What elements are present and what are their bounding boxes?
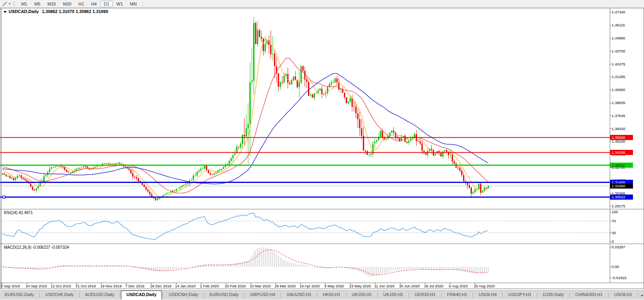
candle-body bbox=[367, 151, 368, 155]
candle-body bbox=[76, 169, 77, 170]
tab-separator bbox=[120, 293, 120, 298]
crosshair-draw-tool-icon[interactable] bbox=[1, 1, 8, 7]
candle-body bbox=[212, 174, 213, 175]
candle-body bbox=[132, 173, 134, 177]
candle-body bbox=[473, 192, 474, 194]
candle-body bbox=[278, 73, 279, 87]
line-drag-marker[interactable] bbox=[3, 196, 5, 198]
chart-dropdown-icon[interactable] bbox=[4, 11, 7, 13]
macd-indicator-label: MACD(12,26,9) -0.006227 -0.007324 bbox=[4, 245, 69, 250]
tab-separator bbox=[79, 293, 80, 298]
tab-separator bbox=[608, 293, 609, 298]
candle-body bbox=[6, 175, 7, 177]
tab-separator bbox=[409, 293, 409, 298]
date-axis-label: 31 Oct 2019 bbox=[76, 284, 96, 288]
candle-body bbox=[253, 23, 254, 80]
tab-gbpusd-h4[interactable]: GBPUSD,H4 bbox=[245, 291, 280, 300]
candle-body bbox=[202, 168, 203, 169]
candle-body bbox=[336, 78, 338, 82]
candle-body bbox=[452, 155, 453, 162]
candle-body bbox=[145, 187, 147, 190]
tab-usdchf-daily[interactable]: USDCHF,Daily bbox=[41, 291, 78, 300]
timeframe-button-m15[interactable]: M15 bbox=[45, 1, 59, 7]
candle-body bbox=[280, 82, 281, 87]
candle-body bbox=[234, 153, 236, 155]
timeframe-button-h1[interactable]: H1 bbox=[75, 1, 87, 7]
level-1.33011-badge-label: 1.33011 bbox=[612, 163, 625, 168]
timeframe-button-m1[interactable]: M1 bbox=[18, 1, 30, 7]
candle-body bbox=[143, 185, 145, 187]
tab-ger30-h1[interactable]: GER30,H1 bbox=[410, 291, 440, 300]
tab-audusd-daily[interactable]: AUDUSD,Daily bbox=[80, 291, 119, 300]
tab-separator bbox=[473, 293, 473, 298]
macd-axis-label: 0.03297 bbox=[612, 245, 625, 249]
candle-body bbox=[142, 183, 143, 185]
candle-body bbox=[474, 189, 475, 192]
tab-usdjpy-h1[interactable]: USDJPY,H1 bbox=[503, 291, 536, 300]
chart-canvas[interactable]: 1.473401.461151.448901.437001.424751.412… bbox=[0, 0, 644, 300]
candle-body bbox=[180, 187, 181, 188]
tab-uk100-h1[interactable]: UK100,H1 bbox=[347, 291, 377, 300]
candle-body bbox=[223, 167, 224, 169]
candle-body bbox=[193, 175, 194, 180]
symbol-tab-bar: EURUSD,DailyUSDCHF,DailyAUDUSD,DailyUSDC… bbox=[0, 290, 644, 300]
tab-fra40-h1[interactable]: FRA40,H1 bbox=[442, 291, 472, 300]
candle-body bbox=[459, 168, 460, 171]
candle-body bbox=[51, 167, 52, 169]
timeframe-button-m30[interactable]: M30 bbox=[60, 1, 74, 7]
tab-usdcnh-daily[interactable]: USDCNH,Daily bbox=[164, 291, 203, 300]
candle-body bbox=[38, 186, 39, 188]
candle-body bbox=[151, 194, 152, 197]
candle-body bbox=[255, 23, 256, 44]
toolbar-drag-handle[interactable] bbox=[13, 1, 15, 6]
candle-body bbox=[359, 119, 360, 128]
candle-body bbox=[251, 81, 252, 82]
tab-dj30-daily[interactable]: DJ30,Daily bbox=[538, 291, 568, 300]
tab-usoil-h1[interactable]: USOil,H1 bbox=[609, 291, 637, 300]
candle-body bbox=[261, 37, 262, 39]
tab-separator bbox=[569, 293, 570, 298]
timeframe-button-w1[interactable]: W1 bbox=[113, 1, 126, 7]
candle-body bbox=[9, 176, 11, 178]
candle-body bbox=[24, 179, 26, 181]
tab-scroll-left-icon[interactable]: ◂ bbox=[639, 293, 644, 297]
candle-body bbox=[270, 45, 271, 54]
tab-eurusd-daily[interactable]: EURUSD,Daily bbox=[205, 291, 243, 300]
candle-body bbox=[446, 150, 447, 152]
candle-body bbox=[348, 102, 349, 103]
candle-body bbox=[238, 147, 239, 147]
tab-hk50-h1[interactable]: HK50,H1 bbox=[318, 291, 345, 300]
timeframe-button-mn[interactable]: MN bbox=[127, 1, 140, 7]
candle-body bbox=[406, 142, 408, 143]
tool-dropdown-icon[interactable]: ▼ bbox=[8, 2, 11, 5]
candle-body bbox=[463, 175, 464, 181]
candle-body bbox=[164, 194, 165, 195]
date-axis-label: 14 Jan 2020 bbox=[175, 284, 195, 288]
timeframe-button-h4[interactable]: H4 bbox=[88, 1, 100, 7]
candle-body bbox=[284, 76, 285, 82]
slow-ma-line bbox=[2, 73, 488, 184]
timeframe-button-d1[interactable]: D1 bbox=[100, 1, 112, 7]
tab-separator bbox=[39, 293, 40, 298]
candle-body bbox=[134, 177, 135, 177]
tab-eurusd-daily[interactable]: EURUSD,Daily bbox=[0, 291, 39, 300]
date-axis-label: 24 Sep 2019 bbox=[26, 284, 47, 288]
tab-usdcad-daily[interactable]: USDCAD,Daily bbox=[121, 291, 162, 300]
tab-uk100-h1[interactable]: UK100,H1 bbox=[379, 291, 408, 300]
candle-body bbox=[361, 128, 362, 136]
candle-body bbox=[22, 178, 24, 179]
date-axis-label: 28 Mar 2020 bbox=[275, 284, 295, 288]
rsi-axis-label: 100 bbox=[612, 210, 618, 214]
candle-body bbox=[323, 94, 324, 95]
tab-china300-h1[interactable]: CHINA300,H1 bbox=[570, 291, 607, 300]
candle-body bbox=[363, 136, 364, 151]
tab-xauusd-h1[interactable]: XAUUSD,H1 bbox=[282, 291, 316, 300]
tab-usoil-h4[interactable]: USOil,H4 bbox=[474, 291, 501, 300]
price-axis-label: 1.43700 bbox=[612, 49, 625, 53]
timeframe-button-m5[interactable]: M5 bbox=[31, 1, 43, 7]
candle-body bbox=[469, 185, 470, 188]
candle-body bbox=[2, 173, 3, 174]
candle-body bbox=[304, 71, 305, 80]
candle-body bbox=[185, 184, 186, 184]
candle-body bbox=[213, 173, 215, 175]
